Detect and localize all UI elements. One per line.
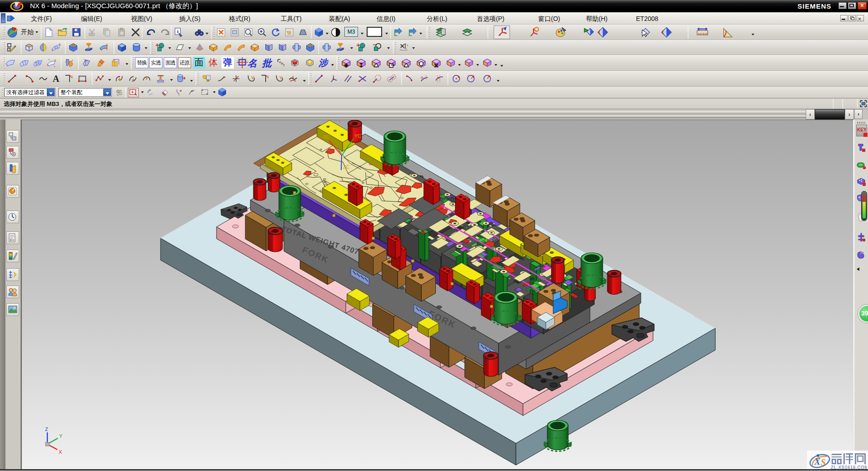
svg-text:Y: Y bbox=[59, 433, 63, 439]
svg-text:Z: Z bbox=[45, 426, 48, 432]
svg-text:YC: YC bbox=[354, 133, 361, 139]
svg-text:Y: Y bbox=[283, 64, 285, 67]
svg-text:X: X bbox=[814, 456, 821, 466]
svg-text:A: A bbox=[53, 74, 60, 84]
svg-text:X: X bbox=[59, 449, 62, 455]
svg-text:x: x bbox=[407, 44, 409, 47]
svg-text:S: S bbox=[821, 457, 826, 467]
svg-text:XC: XC bbox=[323, 134, 330, 140]
svg-text:i: i bbox=[177, 29, 178, 34]
svg-text:ZC: ZC bbox=[343, 164, 350, 170]
svg-text:Y: Y bbox=[334, 120, 338, 123]
